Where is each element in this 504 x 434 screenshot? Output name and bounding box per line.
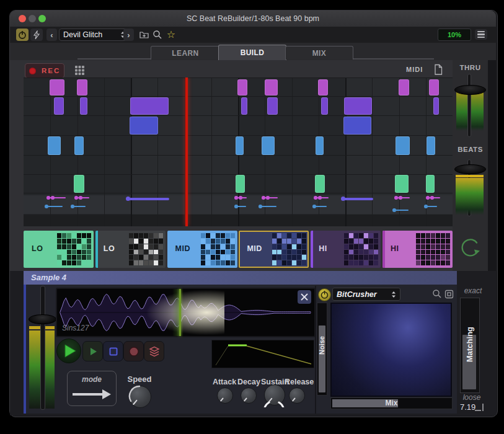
note-block[interactable] bbox=[80, 97, 87, 115]
note-block[interactable] bbox=[265, 79, 278, 95]
note-block[interactable] bbox=[344, 97, 372, 115]
resize-grip-vertical[interactable] bbox=[482, 404, 484, 411]
automation-point[interactable] bbox=[430, 196, 434, 200]
automation-point[interactable] bbox=[46, 196, 50, 200]
note-block[interactable] bbox=[321, 97, 328, 115]
grid-playhead[interactable] bbox=[185, 78, 188, 226]
attack-knob[interactable] bbox=[217, 388, 233, 404]
sample-pad-5-hi[interactable]: HI bbox=[311, 231, 381, 268]
note-block[interactable] bbox=[130, 97, 169, 115]
note-block[interactable] bbox=[50, 79, 64, 95]
automation-segment[interactable] bbox=[394, 210, 409, 211]
mode-selector[interactable]: mode bbox=[67, 371, 117, 406]
thru-fader-thumb[interactable] bbox=[454, 85, 486, 95]
sample-pad-3-mid[interactable]: MID bbox=[167, 231, 237, 268]
automation-point[interactable] bbox=[51, 196, 55, 200]
resize-grip[interactable] bbox=[475, 410, 481, 411]
fx-xy-pad[interactable] bbox=[330, 303, 452, 397]
preset-next-button[interactable]: › bbox=[123, 29, 134, 41]
note-block[interactable] bbox=[130, 117, 158, 135]
automation-point[interactable] bbox=[74, 196, 78, 200]
note-block[interactable] bbox=[267, 97, 278, 115]
automation-point[interactable] bbox=[262, 196, 265, 200]
note-block[interactable] bbox=[395, 175, 409, 193]
sequencer-grid[interactable] bbox=[24, 78, 453, 226]
note-block[interactable] bbox=[236, 136, 244, 155]
fx-expand-button[interactable] bbox=[444, 290, 454, 299]
note-block[interactable] bbox=[262, 136, 275, 155]
record-sample-button[interactable] bbox=[123, 341, 144, 361]
power-button[interactable] bbox=[16, 29, 29, 41]
note-block[interactable] bbox=[54, 97, 64, 115]
automation-segment[interactable] bbox=[46, 206, 63, 207]
compare-button[interactable] bbox=[30, 29, 43, 41]
speed-knob[interactable] bbox=[129, 386, 151, 408]
automation-point[interactable] bbox=[79, 196, 82, 200]
tab-build[interactable]: BUILD bbox=[218, 45, 286, 60]
sample-pad-2-lo[interactable]: LO bbox=[95, 231, 166, 268]
record-button[interactable]: REC bbox=[25, 63, 64, 78]
play-button[interactable] bbox=[56, 339, 81, 363]
mix-slider[interactable]: Mix bbox=[330, 397, 453, 409]
fx-power-button[interactable] bbox=[318, 288, 331, 301]
sample-pad-4-mid[interactable]: MID bbox=[239, 231, 309, 268]
preset-previous-button[interactable]: ‹ bbox=[46, 29, 57, 41]
automation-point[interactable] bbox=[426, 196, 430, 200]
automation-point[interactable] bbox=[394, 196, 398, 200]
quantize-grid-button[interactable] bbox=[73, 63, 87, 77]
favorite-star-button[interactable]: ☆ bbox=[165, 27, 177, 41]
play-once-button[interactable] bbox=[82, 341, 103, 361]
tab-mix[interactable]: MIX bbox=[285, 46, 353, 60]
sample-pad-1-lo[interactable]: LO bbox=[24, 231, 94, 268]
automation-point[interactable] bbox=[266, 196, 270, 200]
note-block[interactable] bbox=[433, 97, 439, 115]
note-block[interactable] bbox=[48, 136, 61, 155]
sample-fader-track[interactable] bbox=[40, 286, 45, 410]
decay-knob[interactable] bbox=[241, 388, 257, 404]
clear-sample-button[interactable] bbox=[298, 290, 311, 304]
note-block[interactable] bbox=[315, 175, 325, 193]
layers-button[interactable] bbox=[144, 341, 164, 361]
automation-point[interactable] bbox=[234, 205, 238, 208]
automation-point[interactable] bbox=[71, 205, 74, 208]
menu-button[interactable] bbox=[475, 29, 487, 40]
tab-learn[interactable]: LEARN bbox=[151, 46, 220, 60]
note-block[interactable] bbox=[426, 175, 435, 193]
automation-point[interactable] bbox=[314, 196, 317, 200]
automation-point[interactable] bbox=[399, 196, 402, 200]
note-block[interactable] bbox=[427, 136, 435, 155]
note-block[interactable] bbox=[241, 97, 247, 115]
note-block[interactable] bbox=[318, 79, 328, 95]
note-block[interactable] bbox=[74, 175, 84, 193]
beats-fader-thumb[interactable] bbox=[454, 164, 486, 174]
note-block[interactable] bbox=[74, 136, 84, 155]
automation-segment[interactable] bbox=[127, 198, 169, 200]
automation-point[interactable] bbox=[239, 196, 242, 200]
fx-selector[interactable]: BitCrusher bbox=[332, 288, 400, 301]
automation-point[interactable] bbox=[234, 196, 238, 200]
automation-point[interactable] bbox=[392, 208, 396, 212]
automation-segment[interactable] bbox=[342, 198, 373, 200]
automation-point[interactable] bbox=[318, 196, 322, 200]
note-block[interactable] bbox=[316, 136, 324, 155]
note-block[interactable] bbox=[77, 79, 87, 95]
fx-search-button[interactable] bbox=[432, 289, 442, 299]
waveform-panel[interactable] bbox=[56, 288, 316, 337]
automation-segment[interactable] bbox=[260, 206, 276, 207]
loop-button[interactable] bbox=[458, 235, 483, 260]
midi-export-button[interactable] bbox=[433, 64, 443, 76]
search-presets-button[interactable] bbox=[151, 28, 164, 42]
note-block[interactable] bbox=[237, 79, 247, 95]
note-block[interactable] bbox=[236, 175, 245, 193]
preset-selector[interactable]: Devil Glitch bbox=[59, 29, 130, 41]
automation-point[interactable] bbox=[312, 205, 316, 208]
release-knob[interactable] bbox=[289, 388, 305, 404]
automation-point[interactable] bbox=[259, 205, 262, 208]
thru-fader-track[interactable] bbox=[467, 74, 471, 137]
automation-point[interactable] bbox=[45, 205, 48, 208]
save-preset-button[interactable] bbox=[138, 28, 150, 42]
sample-pad-6-hi[interactable]: HI bbox=[382, 231, 453, 268]
note-block[interactable] bbox=[429, 79, 439, 95]
envelope-display[interactable] bbox=[211, 340, 314, 368]
automation-point[interactable] bbox=[424, 205, 428, 208]
